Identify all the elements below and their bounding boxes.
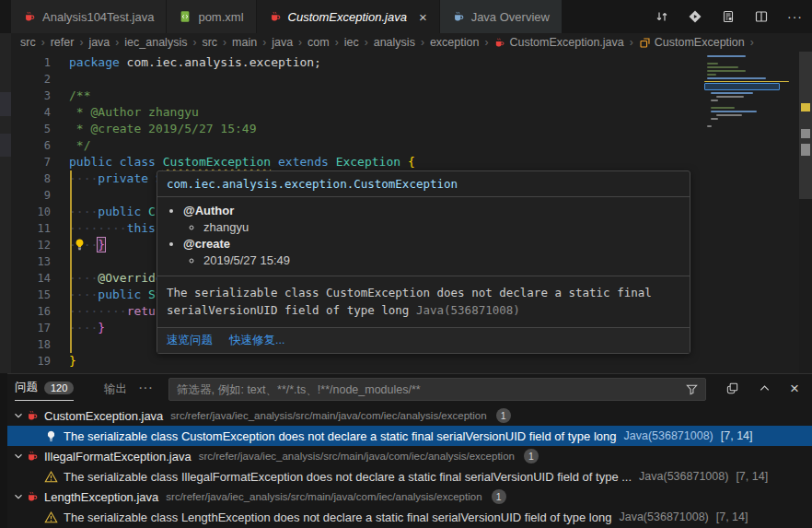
breadcrumb-item[interactable]: main	[232, 36, 257, 49]
ide-window: Analysis104Test.java pom.xml CustomExcep…	[0, 0, 812, 528]
breadcrumb-separator: ›	[41, 36, 45, 49]
breadcrumb-item[interactable]: src	[20, 36, 36, 49]
javadoc-icon[interactable]	[721, 9, 736, 24]
code-line[interactable]: 6 */	[0, 137, 702, 154]
tab-analysis104test[interactable]: Analysis104Test.java	[11, 0, 166, 33]
xml-file-icon	[179, 10, 191, 23]
java-file-icon	[26, 450, 39, 463]
java-overview-icon	[452, 10, 465, 23]
restore-views-icon[interactable]	[725, 381, 739, 395]
javadoc-value: zhangyu	[203, 220, 680, 234]
warning-ruler-mark	[801, 103, 810, 111]
peek-problem-link[interactable]: 速览问题	[167, 333, 213, 348]
breadcrumb-item[interactable]: java	[88, 36, 110, 49]
breadcrumb-item[interactable]: src	[202, 36, 217, 49]
problem-source: Java(536871008)	[619, 510, 708, 523]
more-actions-icon[interactable]: ···	[787, 9, 803, 24]
breadcrumb-item-class[interactable]: CustomException	[639, 36, 745, 49]
tab-problems[interactable]: 问题 120	[15, 380, 74, 401]
left-strip-block	[0, 134, 11, 157]
problem-message: The serializable class IllegalFormatExce…	[64, 470, 632, 484]
split-editor-icon[interactable]	[754, 9, 769, 24]
chevron-down-icon[interactable]	[11, 450, 26, 463]
code-line[interactable]: 4 * @Author zhangyu	[0, 104, 702, 121]
filter-funnel-icon[interactable]	[685, 382, 699, 396]
close-tab-icon[interactable]: ×	[419, 10, 427, 24]
breadcrumb-file-label: CustomException.java	[509, 36, 623, 49]
ruler-mark	[801, 144, 810, 156]
tab-label: CustomException.java	[288, 10, 407, 24]
lightbulb-icon	[44, 429, 58, 443]
tab-label: Java Overview	[471, 10, 550, 24]
file-name: CustomException.java	[44, 409, 163, 423]
breadcrumb-item-file[interactable]: CustomException.java	[493, 36, 623, 49]
code-line[interactable]: 7public class CustomException extends Ex…	[0, 154, 702, 170]
overview-ruler[interactable]	[799, 52, 812, 373]
problems-tree: CustomException.java src/refer/java/iec_…	[7, 405, 812, 527]
breadcrumb-item[interactable]: com	[307, 36, 330, 49]
file-name: IllegalFormatException.java	[44, 450, 191, 463]
tab-bar-spacer	[0, 0, 11, 33]
problem-row[interactable]: The serializable class LengthException d…	[7, 507, 812, 527]
problems-panel: 问题 120 输出 ··· × CustomException.java src…	[0, 373, 812, 528]
tab-java-overview[interactable]: Java Overview	[440, 0, 562, 33]
tab-label: Analysis104Test.java	[42, 10, 154, 24]
problem-position: [7, 14]	[721, 429, 753, 442]
class-symbol-icon	[639, 37, 651, 49]
run-java-icon[interactable]	[688, 9, 702, 24]
problem-message: The serializable class LengthException d…	[64, 510, 611, 524]
hover-status-bar: 速览问题 快速修复...	[157, 327, 690, 353]
quick-fix-lightbulb-icon[interactable]	[73, 238, 87, 252]
editor-actions: ···	[655, 0, 803, 33]
problems-filter	[168, 378, 706, 401]
breadcrumb-separator: ›	[365, 36, 368, 49]
panel-more-tabs-icon[interactable]: ···	[138, 380, 153, 396]
scrollbar-slider[interactable]	[799, 52, 812, 199]
code-line[interactable]: 19}	[0, 353, 702, 370]
hover-doc: @Author zhangyu @create 2019/5/27 15:49	[157, 197, 690, 276]
file-path: src/refer/java/iec_analysis/src/main/jav…	[170, 410, 486, 421]
filter-input[interactable]	[169, 383, 685, 396]
code-line[interactable]: 1package com.iec.analysis.exception;	[0, 54, 702, 71]
panel-actions: ×	[725, 381, 799, 396]
hover-warning-source: Java(536871008)	[416, 303, 520, 317]
compare-changes-icon[interactable]	[655, 9, 669, 24]
breadcrumb-separator: ›	[79, 36, 83, 49]
warning-icon	[44, 470, 58, 484]
quick-fix-link[interactable]: 快速修复...	[229, 333, 284, 348]
problem-file-row[interactable]: LengthException.java src/refer/java/iec_…	[7, 487, 812, 507]
maximize-panel-icon[interactable]	[758, 381, 771, 395]
code-line[interactable]: 5 * @create 2019/5/27 15:49	[0, 121, 702, 137]
breadcrumb-separator: ›	[298, 36, 302, 49]
problem-file-row[interactable]: IllegalFormatException.java src/refer/ja…	[7, 446, 812, 466]
chevron-down-icon[interactable]	[11, 409, 26, 422]
breadcrumb-item[interactable]: java	[272, 36, 293, 49]
file-name: LengthException.java	[44, 490, 158, 504]
close-panel-icon[interactable]: ×	[790, 381, 799, 396]
chevron-down-icon[interactable]	[11, 490, 26, 503]
problem-row[interactable]: The serializable class IllegalFormatExce…	[7, 466, 812, 487]
minimap[interactable]	[702, 52, 799, 373]
problem-file-row[interactable]: CustomException.java src/refer/java/iec_…	[7, 405, 812, 426]
file-path: src/refer/java/iec_analysis/src/main/jav…	[166, 491, 481, 502]
breadcrumb-item[interactable]: analysis	[374, 36, 415, 49]
file-problem-count: 1	[524, 449, 539, 463]
java-file-icon	[23, 10, 36, 23]
code-line[interactable]: 2	[0, 71, 702, 88]
breadcrumb-item[interactable]: exception	[430, 36, 480, 49]
code-line[interactable]: 3/**	[0, 88, 702, 104]
tab-customexception-active[interactable]: CustomException.java ×	[257, 0, 439, 33]
breadcrumb: src› refer› java› iec_analysis› src› mai…	[0, 33, 812, 52]
breadcrumb-item[interactable]: iec_analysis	[124, 36, 187, 49]
breadcrumb-separator: ›	[484, 36, 488, 49]
breadcrumb-separator: ›	[750, 36, 754, 49]
tab-output[interactable]: 输出	[104, 381, 127, 397]
breadcrumb-item[interactable]: refer	[51, 36, 75, 49]
problem-source: Java(536871008)	[639, 470, 728, 483]
problem-row-selected[interactable]: The serializable class CustomException d…	[7, 426, 812, 446]
tab-pom-xml[interactable]: pom.xml	[167, 0, 255, 33]
java-file-icon	[26, 409, 39, 422]
problems-count-badge: 120	[44, 381, 74, 394]
breadcrumb-item[interactable]: iec	[344, 36, 359, 49]
breadcrumb-separator: ›	[335, 36, 339, 49]
